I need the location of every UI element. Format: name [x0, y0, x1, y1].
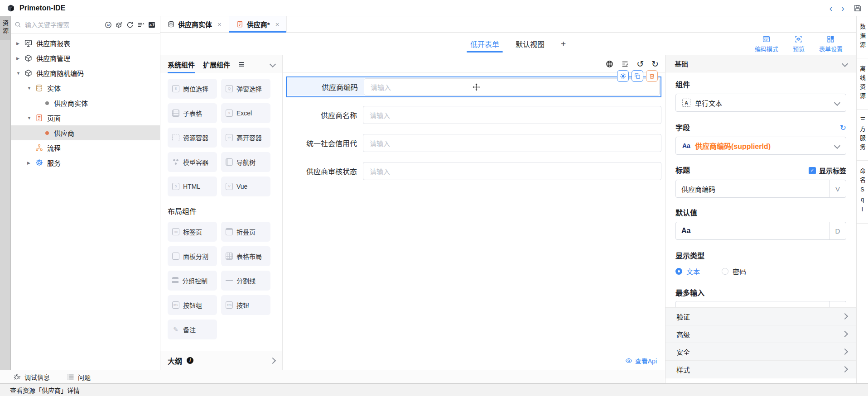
default-value-button[interactable]: D [829, 222, 846, 239]
tree-item-supplier-page[interactable]: 供应商 [11, 125, 160, 140]
palette-item-tab-page[interactable]: Tab标签页 [168, 222, 217, 242]
palette-item-table-layout[interactable]: 表格布局 [221, 246, 270, 266]
palette-item-resource-container[interactable]: 资源容器 [168, 128, 217, 148]
radio-option-text[interactable]: 文本 [675, 267, 700, 276]
radio-option-password[interactable]: 密码 [722, 267, 746, 276]
palette-item-highcode-container[interactable]: </>高开容器 [221, 128, 270, 148]
form-field-social-credit-code[interactable]: 统一社会信用代 请输入 [286, 134, 661, 152]
palette-tab-extension[interactable]: 扩展组件 [203, 55, 230, 73]
checkbox-checked-icon[interactable]: ✓ [809, 167, 816, 174]
new-resource-cube-icon[interactable] [116, 21, 123, 29]
collapse-arrow-icon[interactable]: ▼ [27, 86, 35, 91]
palette-tab-system[interactable]: 系统组件 [168, 55, 195, 73]
tree-item-entity-folder[interactable]: ▼ 实体 [11, 81, 160, 95]
palette-item-button-group[interactable]: BTN按钮组 [168, 295, 217, 315]
preview-button[interactable]: 预览 [793, 35, 805, 53]
close-icon[interactable]: × [275, 20, 280, 28]
section-style[interactable]: 样式 [665, 361, 856, 378]
tree-item-supplier-report[interactable]: ▶ 供应商报表 [11, 36, 160, 51]
tree-item-supplier-random-code[interactable]: ▼ 供应商随机编码 [11, 66, 160, 81]
section-security[interactable]: 安全 [665, 343, 856, 361]
radio-selected-icon[interactable] [675, 268, 682, 275]
chevron-down-icon[interactable] [270, 61, 276, 67]
section-validation[interactable]: 验证 [665, 307, 856, 325]
palette-item-popup-select[interactable]: Q弹窗选择 [221, 79, 270, 99]
undo-icon[interactable]: ↺ [637, 60, 644, 68]
form-field-supplier-audit-status[interactable]: 供应商审核状态 请输入 [286, 162, 661, 180]
tree-item-flow[interactable]: 流程 [11, 140, 160, 155]
expand-arrow-icon[interactable]: ▶ [16, 56, 24, 61]
default-value-input[interactable]: Aa D [675, 222, 846, 240]
rail-tab-third-party-services[interactable]: 三方服务 [857, 110, 868, 161]
editor-tab-supplier-page[interactable]: 供应商* × [229, 16, 287, 32]
expand-arrow-icon[interactable]: ▶ [27, 161, 35, 165]
expand-arrow-icon[interactable]: ▶ [16, 41, 24, 46]
copy-field-button[interactable] [632, 70, 643, 82]
outline-footer[interactable]: 大纲 i [160, 351, 282, 370]
palette-menu-icon[interactable] [239, 62, 244, 67]
delete-field-button[interactable] [646, 70, 658, 82]
view-api-link[interactable]: 查看Api [625, 356, 657, 365]
forward-icon[interactable]: › [841, 4, 844, 13]
palette-item-button[interactable]: BTN按钮 [221, 295, 270, 315]
field-select[interactable]: Aa 供应商编码(supplierId) [675, 137, 846, 155]
collapse-list-icon[interactable] [137, 21, 145, 29]
section-advanced[interactable]: 高级 [665, 325, 856, 343]
rail-tab-resources[interactable]: 资源 [0, 16, 10, 40]
palette-item-divider[interactable]: 分割线 [221, 271, 270, 291]
title-input[interactable]: 供应商编码 V [675, 180, 846, 198]
collapse-arrow-icon[interactable]: ▼ [27, 116, 35, 120]
form-field-supplier-name[interactable]: 供应商名称 请输入 [286, 106, 661, 124]
problems-tab[interactable]: 问题 [67, 372, 91, 382]
form-settings-button[interactable]: 表单设置 [819, 35, 843, 53]
chevron-right-icon[interactable] [270, 357, 276, 363]
palette-item-collapse-page[interactable]: 折叠页 [221, 222, 270, 242]
palette-item-subtable[interactable]: 子表格 [168, 103, 217, 123]
rail-tab-named-sql[interactable]: 命名Sql [857, 161, 868, 224]
back-icon[interactable]: ‹ [829, 4, 833, 13]
palette-item-position-select[interactable]: 8岗位选择 [168, 79, 217, 99]
chevron-down-icon[interactable] [842, 60, 848, 67]
rail-tab-data-source[interactable]: 数据源 [857, 16, 868, 58]
save-icon[interactable] [854, 4, 862, 12]
show-label-toggle[interactable]: ✓ 显示标签 [809, 166, 846, 175]
palette-item-vue[interactable]: VVue [221, 177, 270, 196]
add-view-button[interactable]: + [561, 39, 566, 49]
outline-list-icon[interactable] [621, 60, 629, 68]
close-icon[interactable]: × [217, 20, 222, 28]
tree-item-supplier-management[interactable]: ▶ 供应商管理 [11, 51, 160, 66]
refresh-icon[interactable] [126, 21, 134, 29]
tree-item-supplier-entity[interactable]: 供应商实体 [11, 95, 160, 110]
rail-tab-offline-resources[interactable]: 离线资源 [857, 58, 868, 110]
tree-item-service[interactable]: ▶ 服务 [11, 155, 160, 170]
field-input[interactable]: 请输入 [363, 106, 661, 124]
field-settings-button[interactable] [617, 70, 629, 82]
palette-item-model-container[interactable]: 模型容器 [168, 152, 217, 172]
view-tab-lowcode-form[interactable]: 低开表单 [470, 33, 499, 55]
view-tab-default-view[interactable]: 默认视图 [516, 33, 545, 55]
editor-tab-supplier-entity[interactable]: 供应商实体 × [160, 16, 229, 32]
globe-icon[interactable] [606, 60, 613, 68]
redo-icon[interactable]: ↻ [651, 60, 659, 68]
collapse-arrow-icon[interactable]: ▼ [16, 71, 24, 76]
palette-item-note[interactable]: ✎备注 [168, 320, 217, 339]
max-input-field[interactable] [675, 301, 846, 307]
field-input[interactable]: 请输入 [364, 78, 660, 95]
palette-item-panel-split[interactable]: 面板分割 [168, 246, 217, 266]
radio-unselected-icon[interactable] [722, 268, 728, 275]
field-input[interactable]: 请输入 [363, 134, 661, 152]
tree-item-page-folder[interactable]: ▼ 页面 [11, 110, 160, 125]
field-input[interactable]: 请输入 [363, 162, 661, 180]
palette-item-excel[interactable]: xExcel [221, 103, 270, 123]
search-input[interactable] [24, 21, 102, 29]
properties-header[interactable]: 基础 [665, 55, 856, 72]
translate-icon[interactable]: A [148, 21, 155, 29]
title-variable-button[interactable]: V [829, 180, 846, 197]
component-select[interactable]: A 单行文本 [675, 94, 846, 112]
palette-item-group-control[interactable]: 分组控制 [168, 271, 217, 291]
ai-assistant-icon[interactable]: AI [105, 21, 112, 29]
code-mode-button[interactable]: 编码模式 [755, 35, 778, 53]
palette-item-html[interactable]: 5HTML [168, 177, 217, 196]
palette-item-nav-tree[interactable]: 导航树 [221, 152, 270, 172]
debug-info-tab[interactable]: 调试信息 [14, 372, 50, 382]
